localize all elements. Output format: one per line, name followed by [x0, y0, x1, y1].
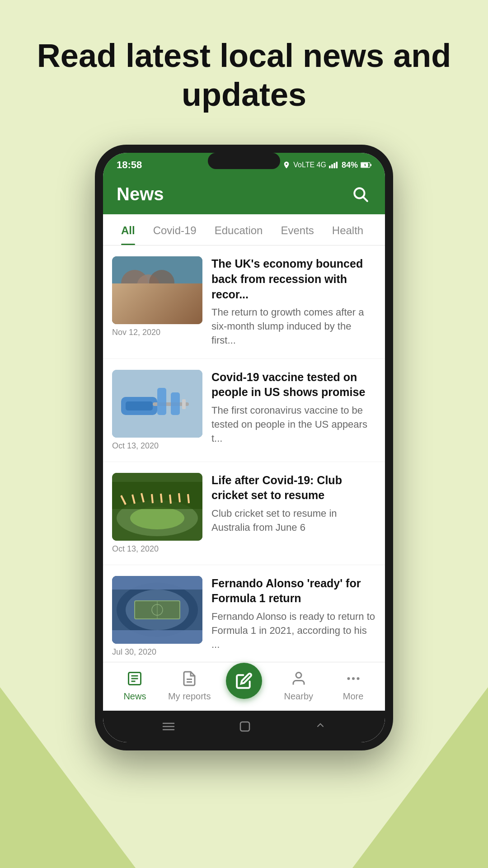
- battery-icon: [361, 162, 371, 168]
- tab-covid19[interactable]: Covid-19: [144, 214, 206, 245]
- reports-nav-icon: [179, 669, 199, 689]
- thumb-image: [112, 576, 202, 644]
- news-thumb-container: Nov 12, 2020: [112, 256, 211, 348]
- nav-nearby[interactable]: Nearby: [271, 669, 326, 702]
- svg-rect-20: [157, 388, 166, 415]
- tab-all[interactable]: All: [112, 214, 144, 245]
- thumb-image: [112, 473, 202, 541]
- svg-point-61: [357, 677, 359, 680]
- app-header: News: [103, 175, 385, 214]
- battery-text: 84%: [342, 160, 358, 170]
- svg-line-8: [363, 197, 367, 201]
- signal-bars-icon: [329, 161, 339, 169]
- svg-rect-40: [112, 576, 202, 590]
- thumb-image: [112, 256, 202, 324]
- tab-education[interactable]: Education: [206, 214, 272, 245]
- news-item[interactable]: Oct 13, 2020 Covid-19 vaccine tested on …: [103, 359, 385, 462]
- recents-gesture-icon[interactable]: [312, 718, 328, 735]
- news-headline: Life after Covid-19: Club cricket set to…: [211, 473, 376, 504]
- news-headline: Fernando Alonso 'ready' for Formula 1 re…: [211, 576, 376, 607]
- bottom-nav: News My reports: [103, 662, 385, 711]
- svg-point-11: [121, 270, 148, 297]
- nav-my-reports[interactable]: My reports: [162, 669, 217, 702]
- svg-rect-9: [112, 256, 202, 324]
- svg-rect-6: [371, 164, 371, 166]
- svg-line-30: [161, 494, 162, 503]
- news-excerpt: Fernando Alonso is ready to return to Fo…: [211, 610, 376, 651]
- home-gesture-icon[interactable]: [237, 718, 253, 735]
- nav-news[interactable]: News: [108, 669, 162, 702]
- nearby-icon: [291, 670, 307, 687]
- news-excerpt: Club cricket set to resume in Australia …: [211, 507, 376, 535]
- news-thumbnail: [112, 473, 202, 541]
- nearby-nav-icon: [289, 669, 309, 689]
- news-thumb-container: Oct 13, 2020: [112, 473, 211, 554]
- app-title: News: [117, 184, 164, 204]
- hero-title: Read latest local news and updates: [0, 36, 488, 114]
- svg-rect-10: [112, 292, 202, 324]
- more-icon: [345, 670, 361, 687]
- news-item[interactable]: Oct 13, 2020 Life after Covid-19: Club c…: [103, 462, 385, 565]
- news-list: Nov 12, 2020 The UK's economy bounced ba…: [103, 245, 385, 662]
- news-excerpt: The first coronavirus vaccine to be test…: [211, 404, 376, 445]
- news-content: Covid-19 vaccine tested on people in US …: [211, 370, 376, 451]
- news-thumb-container: Oct 13, 2020: [112, 370, 211, 451]
- news-icon: [127, 670, 143, 687]
- news-thumb-container: Jul 30, 2020: [112, 576, 211, 657]
- tab-events[interactable]: Events: [272, 214, 323, 245]
- svg-rect-41: [112, 630, 202, 644]
- svg-line-33: [188, 494, 189, 503]
- svg-rect-3: [336, 162, 338, 169]
- svg-rect-14: [112, 302, 202, 324]
- nav-news-label: News: [123, 691, 146, 702]
- svg-rect-19: [182, 399, 186, 409]
- phone-notch: [208, 153, 280, 169]
- svg-rect-21: [171, 392, 180, 415]
- svg-rect-17: [126, 401, 153, 410]
- svg-line-31: [170, 495, 171, 504]
- svg-line-29: [152, 494, 153, 503]
- status-time: 18:58: [117, 159, 142, 171]
- news-thumbnail: [112, 256, 202, 324]
- svg-point-58: [296, 673, 301, 678]
- svg-point-60: [352, 677, 355, 680]
- news-content: Life after Covid-19: Club cricket set to…: [211, 473, 376, 554]
- news-item[interactable]: Nov 12, 2020 The UK's economy bounced ba…: [103, 245, 385, 359]
- svg-point-59: [347, 677, 350, 680]
- nav-nearby-label: Nearby: [284, 691, 313, 702]
- phone-frame: 18:58 VoLTE 4G 84%: [95, 145, 393, 750]
- news-date: Oct 13, 2020: [112, 544, 159, 554]
- news-date: Jul 30, 2020: [112, 647, 156, 657]
- news-date: Nov 12, 2020: [112, 328, 160, 337]
- category-tabs: All Covid-19 Education Events Health: [103, 214, 385, 245]
- fab-button[interactable]: [226, 663, 262, 699]
- reports-icon: [181, 670, 197, 687]
- news-excerpt: The return to growth comes after a six-m…: [211, 306, 376, 347]
- news-item[interactable]: Jul 30, 2020 Fernando Alonso 'ready' for…: [103, 565, 385, 662]
- nav-more[interactable]: More: [326, 669, 380, 702]
- news-thumbnail: [112, 576, 202, 644]
- news-date: Oct 13, 2020: [112, 441, 159, 451]
- svg-rect-2: [333, 163, 335, 169]
- news-content: Fernando Alonso 'ready' for Formula 1 re…: [211, 576, 376, 657]
- nav-fab-container: [217, 672, 272, 699]
- more-nav-icon: [343, 669, 363, 689]
- nav-more-label: More: [343, 691, 364, 702]
- news-nav-icon: [125, 669, 145, 689]
- tab-health[interactable]: Health: [323, 214, 372, 245]
- nav-reports-label: My reports: [168, 691, 211, 702]
- svg-rect-0: [329, 165, 331, 168]
- svg-line-32: [179, 493, 180, 502]
- svg-rect-65: [240, 722, 249, 731]
- news-headline: The UK's economy bounced back from reces…: [211, 256, 376, 302]
- news-headline: Covid-19 vaccine tested on people in US …: [211, 370, 376, 401]
- svg-point-13: [149, 270, 174, 295]
- signal-text: VoLTE 4G: [293, 161, 326, 169]
- news-thumbnail: [112, 370, 202, 438]
- fab-edit-icon: [235, 672, 253, 689]
- back-gesture-icon[interactable]: [160, 720, 178, 733]
- svg-point-24: [130, 507, 184, 529]
- phone-screen: 18:58 VoLTE 4G 84%: [103, 153, 385, 742]
- svg-rect-1: [331, 165, 333, 169]
- search-button[interactable]: [349, 183, 371, 205]
